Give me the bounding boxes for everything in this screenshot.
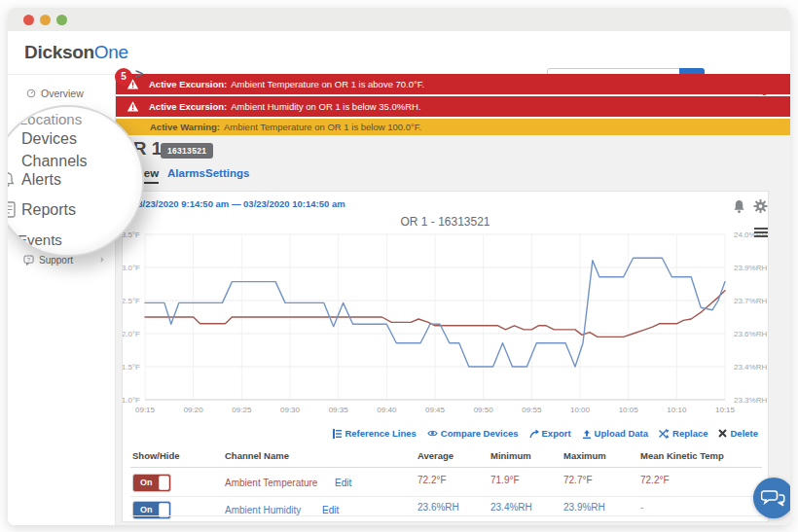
table-header-channel-name: Channel Name [225, 450, 289, 461]
compare-devices-eye-icon [427, 429, 438, 438]
edit-channel-link[interactable]: Edit [322, 505, 339, 515]
minimum-value: 23.4%RH [490, 502, 532, 513]
svg-text:73.5°F: 73.5°F [123, 231, 140, 239]
sidebar-item-reports-magnified[interactable]: Reports [21, 201, 76, 219]
average-value: 23.6%RH [417, 502, 459, 513]
chart-menu-icon[interactable] [754, 228, 768, 238]
svg-text:09:50: 09:50 [474, 406, 494, 414]
show-hide-toggle-temperature[interactable]: On [132, 474, 171, 492]
chart-title: OR 1 - 16313521 [123, 215, 768, 229]
svg-text:10:10: 10:10 [667, 406, 687, 414]
alerts-count-badge: 5 [115, 68, 132, 86]
sidebar-item-overview[interactable]: Overview [41, 88, 84, 99]
sidebar-item-devices-magnified[interactable]: Devices [21, 130, 77, 148]
delete-x-icon [718, 429, 727, 438]
upload-data-label: Upload Data [595, 428, 648, 439]
show-hide-toggle-humidity[interactable]: On [132, 501, 171, 519]
logo-part-1: Dickson [24, 42, 94, 62]
warning-triangle-icon [127, 100, 139, 113]
svg-text:09:15: 09:15 [135, 406, 156, 414]
bell-icon[interactable] [732, 198, 746, 214]
svg-text:10:05: 10:05 [619, 406, 639, 414]
edit-channel-link[interactable]: Edit [335, 478, 351, 488]
svg-text:09:20: 09:20 [184, 406, 204, 414]
svg-text:72.5°F: 72.5°F [123, 297, 140, 305]
chart-line-ambient-temperature [145, 291, 725, 337]
channel-name: Ambient Humidity [225, 505, 301, 515]
device-id-badge: 16313521 [161, 143, 213, 159]
sidebar-item-channels-magnified[interactable]: Channels [21, 153, 88, 170]
compare-devices-label: Compare Devices [441, 428, 519, 439]
delete-label: Delete [730, 428, 758, 439]
average-value: 72.2°F [417, 475, 447, 485]
table-header-minimum: Minimum [490, 450, 531, 461]
svg-text:09:55: 09:55 [522, 406, 542, 414]
mean-kinetic-temp-value: - [640, 502, 643, 513]
toggle-on-label: On [140, 505, 153, 514]
replace-link[interactable]: Replace [659, 428, 707, 439]
sidebar-item-label: Overview [41, 88, 84, 99]
alert-prefix: Active Excursion: [149, 79, 227, 89]
alert-prefix: Active Warning: [150, 122, 220, 132]
svg-text:23.6%RH: 23.6%RH [734, 330, 767, 338]
device-chart-panel: 09:1509:2009:2509:3009:3509:4009:4509:50… [122, 191, 769, 522]
reference-lines-label: Reference Lines [345, 428, 416, 439]
table-header-maximum: Maximum [563, 450, 606, 461]
replace-label: Replace [672, 428, 707, 439]
overview-gauge-icon [26, 89, 36, 98]
logo-part-2: One [94, 42, 128, 62]
chevron-right-icon[interactable]: > [135, 66, 143, 82]
support-question-icon: ? [23, 255, 34, 266]
alert-prefix: Active Excursion: [149, 101, 227, 112]
export-link[interactable]: Export [529, 428, 571, 439]
window-close-button[interactable] [23, 15, 34, 25]
reference-lines-link[interactable]: Reference Lines [332, 428, 416, 439]
browser-window: DicksonOne Welcome, Matt | Logout Active… [8, 8, 790, 525]
svg-text:23.3%RH: 23.3%RH [734, 396, 767, 405]
window-titlebar [8, 8, 790, 31]
alert-banner-excursion-2: Active Excursion: Ambient Humidity on OR… [115, 96, 790, 117]
chart-actions-row: Reference Lines Compare Devices Export U… [332, 428, 758, 439]
reports-document-icon [8, 201, 17, 218]
date-range-link[interactable]: 03/23/2020 9:14:50 am — 03/23/2020 10:14… [132, 198, 345, 209]
alert-message: Ambient Temperature on OR 1 is below 100… [224, 122, 421, 132]
export-arrow-icon [529, 429, 539, 439]
dicksonone-logo[interactable]: DicksonOne [24, 42, 128, 63]
gear-icon[interactable] [753, 198, 768, 214]
svg-text:09:25: 09:25 [232, 406, 252, 414]
table-header-mean-kinetic-temp: Mean Kinetic Temp [640, 450, 724, 461]
toggle-on-label: On [140, 478, 153, 487]
compare-devices-link[interactable]: Compare Devices [427, 428, 519, 439]
line-chart: 09:1509:2009:2509:3009:3509:4009:4509:50… [123, 192, 770, 523]
maximum-value: 23.9%RH [563, 502, 605, 513]
toggle-knob [159, 476, 169, 490]
alert-message: Ambient Temperature on OR 1 is above 70.… [231, 79, 424, 89]
svg-text:23.4%RH: 23.4%RH [734, 363, 767, 372]
upload-data-link[interactable]: Upload Data [582, 428, 648, 439]
svg-text:09:30: 09:30 [280, 406, 301, 414]
svg-text:10:00: 10:00 [570, 406, 591, 414]
table-header-show-hide: Show/Hide [132, 450, 180, 461]
alert-banner-excursion-1: Active Excursion: Ambient Temperature on… [115, 74, 790, 94]
screenshot-stage: DicksonOne Welcome, Matt | Logout Active… [0, 0, 798, 532]
channel-name: Ambient Temperature [225, 478, 317, 488]
reference-lines-icon [332, 429, 342, 439]
alerts-bell-icon [8, 171, 16, 188]
sidebar-item-alerts-magnified[interactable]: Alerts [21, 171, 61, 189]
table-divider [130, 515, 762, 516]
svg-text:71.0°F: 71.0°F [123, 396, 140, 405]
alert-banner-warning: Active Warning: Ambient Temperature on O… [115, 119, 790, 135]
svg-text:71.5°F: 71.5°F [123, 363, 140, 372]
maximum-value: 72.7°F [563, 475, 593, 485]
mean-kinetic-temp-value: 72.2°F [640, 475, 670, 485]
tab-settings[interactable]: Settings [205, 167, 249, 179]
delete-link[interactable]: Delete [718, 428, 758, 439]
window-minimize-button[interactable] [40, 15, 51, 25]
chevron-right-icon: › [100, 254, 103, 265]
chat-support-button[interactable] [753, 478, 790, 518]
svg-text:09:35: 09:35 [329, 406, 349, 414]
chat-bubbles-icon [761, 487, 786, 509]
window-zoom-button[interactable] [56, 15, 67, 25]
tab-alarms[interactable]: Alarms [167, 167, 205, 179]
svg-text:72.0°F: 72.0°F [123, 330, 140, 338]
